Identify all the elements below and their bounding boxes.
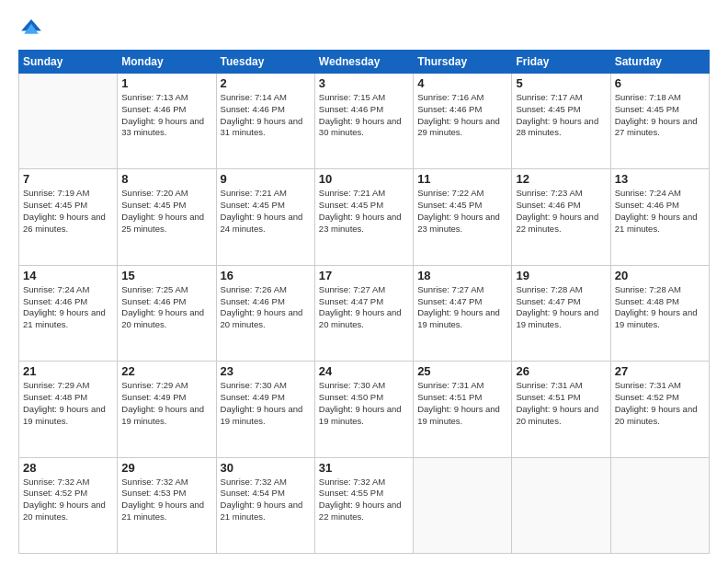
weekday-header-wednesday: Wednesday (314, 51, 413, 74)
day-number: 9 (221, 172, 311, 186)
calendar-cell: 20Sunrise: 7:28 AM Sunset: 4:48 PM Dayli… (610, 265, 709, 361)
cell-info: Sunrise: 7:19 AM Sunset: 4:45 PM Dayligh… (23, 188, 113, 235)
cell-info: Sunrise: 7:16 AM Sunset: 4:46 PM Dayligh… (417, 92, 507, 139)
cell-info: Sunrise: 7:27 AM Sunset: 4:47 PM Dayligh… (319, 284, 409, 331)
calendar-cell: 30Sunrise: 7:32 AM Sunset: 4:54 PM Dayli… (216, 457, 314, 553)
calendar-cell: 31Sunrise: 7:32 AM Sunset: 4:55 PM Dayli… (314, 457, 413, 553)
cell-info: Sunrise: 7:23 AM Sunset: 4:46 PM Dayligh… (516, 188, 606, 235)
day-number: 15 (121, 269, 211, 282)
calendar-cell: 16Sunrise: 7:26 AM Sunset: 4:46 PM Dayli… (216, 265, 314, 361)
day-number: 19 (516, 269, 606, 282)
logo (18, 17, 48, 42)
calendar-cell: 22Sunrise: 7:29 AM Sunset: 4:49 PM Dayli… (118, 362, 216, 457)
day-number: 2 (221, 76, 311, 90)
day-number: 6 (615, 76, 705, 90)
calendar-cell: 3Sunrise: 7:15 AM Sunset: 4:46 PM Daylig… (314, 74, 413, 169)
cell-info: Sunrise: 7:15 AM Sunset: 4:46 PM Dayligh… (319, 92, 409, 139)
day-number: 30 (221, 461, 311, 475)
calendar-cell (19, 74, 118, 169)
day-number: 31 (319, 461, 409, 475)
calendar-cell: 17Sunrise: 7:27 AM Sunset: 4:47 PM Dayli… (314, 265, 413, 361)
calendar-cell: 10Sunrise: 7:21 AM Sunset: 4:45 PM Dayli… (314, 169, 413, 265)
cell-info: Sunrise: 7:29 AM Sunset: 4:48 PM Dayligh… (23, 380, 113, 427)
cell-info: Sunrise: 7:21 AM Sunset: 4:45 PM Dayligh… (221, 188, 311, 235)
weekday-header-sunday: Sunday (19, 51, 118, 74)
weekday-header-friday: Friday (512, 51, 610, 74)
cell-info: Sunrise: 7:22 AM Sunset: 4:45 PM Dayligh… (417, 188, 507, 235)
cell-info: Sunrise: 7:32 AM Sunset: 4:55 PM Dayligh… (319, 477, 409, 523)
weekday-header-tuesday: Tuesday (216, 51, 314, 74)
logo-icon (18, 17, 44, 42)
page: SundayMondayTuesdayWednesdayThursdayFrid… (0, 0, 728, 563)
calendar-cell: 29Sunrise: 7:32 AM Sunset: 4:53 PM Dayli… (118, 457, 216, 553)
calendar-cell: 11Sunrise: 7:22 AM Sunset: 4:45 PM Dayli… (414, 169, 512, 265)
day-number: 28 (23, 461, 113, 475)
cell-info: Sunrise: 7:30 AM Sunset: 4:50 PM Dayligh… (319, 380, 409, 427)
cell-info: Sunrise: 7:30 AM Sunset: 4:49 PM Dayligh… (221, 380, 311, 427)
day-number: 26 (516, 364, 606, 378)
day-number: 27 (615, 364, 705, 378)
calendar-header-row: SundayMondayTuesdayWednesdayThursdayFrid… (19, 51, 710, 74)
calendar-cell: 9Sunrise: 7:21 AM Sunset: 4:45 PM Daylig… (216, 169, 314, 265)
calendar-cell: 18Sunrise: 7:27 AM Sunset: 4:47 PM Dayli… (414, 265, 512, 361)
cell-info: Sunrise: 7:24 AM Sunset: 4:46 PM Dayligh… (23, 284, 113, 331)
cell-info: Sunrise: 7:17 AM Sunset: 4:45 PM Dayligh… (516, 92, 606, 139)
weekday-header-thursday: Thursday (414, 51, 512, 74)
cell-info: Sunrise: 7:32 AM Sunset: 4:54 PM Dayligh… (221, 477, 311, 523)
calendar-cell: 25Sunrise: 7:31 AM Sunset: 4:51 PM Dayli… (414, 362, 512, 457)
day-number: 13 (615, 172, 705, 186)
weekday-header-monday: Monday (118, 51, 216, 74)
calendar-cell: 28Sunrise: 7:32 AM Sunset: 4:52 PM Dayli… (19, 457, 118, 553)
calendar-cell: 4Sunrise: 7:16 AM Sunset: 4:46 PM Daylig… (414, 74, 512, 169)
calendar-cell: 12Sunrise: 7:23 AM Sunset: 4:46 PM Dayli… (512, 169, 610, 265)
calendar-cell: 1Sunrise: 7:13 AM Sunset: 4:46 PM Daylig… (118, 74, 216, 169)
calendar-cell: 14Sunrise: 7:24 AM Sunset: 4:46 PM Dayli… (19, 265, 118, 361)
day-number: 5 (516, 76, 606, 90)
day-number: 21 (23, 364, 113, 378)
day-number: 17 (319, 269, 409, 282)
day-number: 25 (417, 364, 507, 378)
cell-info: Sunrise: 7:31 AM Sunset: 4:52 PM Dayligh… (615, 380, 705, 427)
cell-info: Sunrise: 7:28 AM Sunset: 4:48 PM Dayligh… (615, 284, 705, 331)
calendar-week-row: 7Sunrise: 7:19 AM Sunset: 4:45 PM Daylig… (19, 169, 710, 265)
day-number: 7 (23, 172, 113, 186)
calendar-cell: 23Sunrise: 7:30 AM Sunset: 4:49 PM Dayli… (216, 362, 314, 457)
day-number: 14 (23, 269, 113, 282)
cell-info: Sunrise: 7:25 AM Sunset: 4:46 PM Dayligh… (121, 284, 211, 331)
calendar-cell: 5Sunrise: 7:17 AM Sunset: 4:45 PM Daylig… (512, 74, 610, 169)
cell-info: Sunrise: 7:14 AM Sunset: 4:46 PM Dayligh… (221, 92, 311, 139)
cell-info: Sunrise: 7:32 AM Sunset: 4:53 PM Dayligh… (121, 477, 211, 523)
day-number: 18 (417, 269, 507, 282)
calendar-week-row: 1Sunrise: 7:13 AM Sunset: 4:46 PM Daylig… (19, 74, 710, 169)
calendar-cell: 6Sunrise: 7:18 AM Sunset: 4:45 PM Daylig… (610, 74, 709, 169)
calendar-cell: 21Sunrise: 7:29 AM Sunset: 4:48 PM Dayli… (19, 362, 118, 457)
calendar-cell (610, 457, 709, 553)
cell-info: Sunrise: 7:26 AM Sunset: 4:46 PM Dayligh… (221, 284, 311, 331)
day-number: 1 (121, 76, 211, 90)
day-number: 29 (121, 461, 211, 475)
calendar-cell: 13Sunrise: 7:24 AM Sunset: 4:46 PM Dayli… (610, 169, 709, 265)
calendar-cell: 2Sunrise: 7:14 AM Sunset: 4:46 PM Daylig… (216, 74, 314, 169)
calendar-table: SundayMondayTuesdayWednesdayThursdayFrid… (18, 50, 710, 554)
cell-info: Sunrise: 7:29 AM Sunset: 4:49 PM Dayligh… (121, 380, 211, 427)
day-number: 4 (417, 76, 507, 90)
cell-info: Sunrise: 7:21 AM Sunset: 4:45 PM Dayligh… (319, 188, 409, 235)
cell-info: Sunrise: 7:20 AM Sunset: 4:45 PM Dayligh… (121, 188, 211, 235)
day-number: 24 (319, 364, 409, 378)
day-number: 12 (516, 172, 606, 186)
header (18, 17, 710, 42)
cell-info: Sunrise: 7:28 AM Sunset: 4:47 PM Dayligh… (516, 284, 606, 331)
calendar-cell (414, 457, 512, 553)
calendar-cell: 15Sunrise: 7:25 AM Sunset: 4:46 PM Dayli… (118, 265, 216, 361)
calendar-cell: 8Sunrise: 7:20 AM Sunset: 4:45 PM Daylig… (118, 169, 216, 265)
calendar-cell: 19Sunrise: 7:28 AM Sunset: 4:47 PM Dayli… (512, 265, 610, 361)
calendar-cell: 7Sunrise: 7:19 AM Sunset: 4:45 PM Daylig… (19, 169, 118, 265)
cell-info: Sunrise: 7:27 AM Sunset: 4:47 PM Dayligh… (417, 284, 507, 331)
day-number: 11 (417, 172, 507, 186)
calendar-cell: 27Sunrise: 7:31 AM Sunset: 4:52 PM Dayli… (610, 362, 709, 457)
cell-info: Sunrise: 7:32 AM Sunset: 4:52 PM Dayligh… (23, 477, 113, 523)
cell-info: Sunrise: 7:24 AM Sunset: 4:46 PM Dayligh… (615, 188, 705, 235)
calendar-week-row: 28Sunrise: 7:32 AM Sunset: 4:52 PM Dayli… (19, 457, 710, 553)
day-number: 10 (319, 172, 409, 186)
cell-info: Sunrise: 7:31 AM Sunset: 4:51 PM Dayligh… (516, 380, 606, 427)
